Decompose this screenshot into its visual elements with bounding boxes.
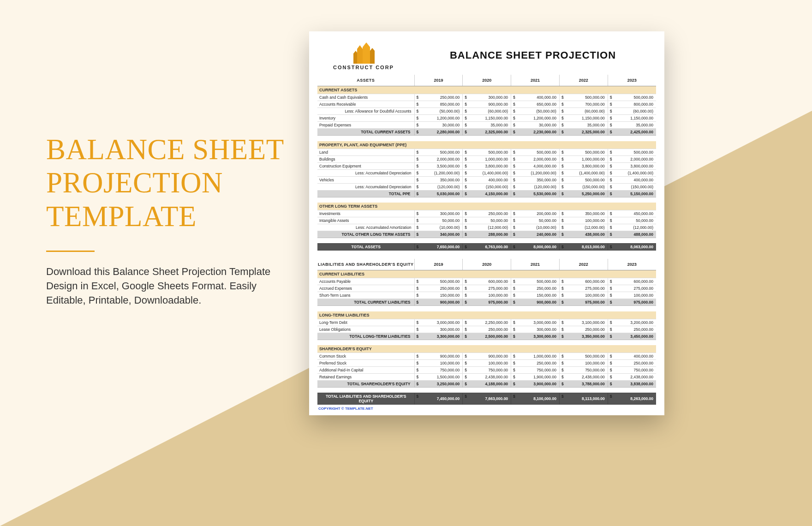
company-logo-block: CONSTRUCT CORP bbox=[317, 41, 410, 70]
value-cell: $100,000.00 bbox=[559, 360, 608, 367]
year-header: 2023 bbox=[608, 259, 656, 270]
value-cell: $5,530,000.00 bbox=[511, 190, 560, 197]
year-header-row: LIABILITIES AND SHAREHOLDER'S EQUITY2019… bbox=[317, 259, 656, 270]
subsection-header: CURRENT LIABILITIES bbox=[317, 270, 656, 278]
row-label: Accounts Payable bbox=[317, 278, 414, 285]
value-cell: $1,150,000.00 bbox=[608, 115, 656, 122]
value-cell: $(12,000.00) bbox=[608, 224, 656, 231]
value-cell: $3,000,000.00 bbox=[511, 319, 560, 326]
subsection-header: PROPERTY, PLANT, AND EQUIPMENT (PPE) bbox=[317, 141, 656, 149]
value-cell: $35,000.00 bbox=[608, 122, 656, 129]
svg-marker-0 bbox=[357, 45, 363, 64]
buildings-icon bbox=[351, 41, 376, 64]
table-row: Cash and Cash Equivalents$250,000.00$300… bbox=[317, 94, 656, 101]
value-cell: $1,500,000.00 bbox=[414, 374, 463, 381]
value-cell: $275,000.00 bbox=[559, 285, 608, 292]
row-label: Preferred Stock bbox=[317, 360, 414, 367]
value-cell: $250,000.00 bbox=[608, 360, 656, 367]
table-row: Less: Accumulated Depreciation$(120,000.… bbox=[317, 183, 656, 190]
value-cell: $8,263,000.00 bbox=[608, 393, 656, 405]
value-cell: $3,900,000.00 bbox=[511, 381, 560, 388]
value-cell: $340,000.00 bbox=[414, 231, 463, 238]
value-cell: $450,000.00 bbox=[608, 210, 656, 217]
total-label: TOTAL CURRENT ASSETS bbox=[317, 129, 414, 136]
value-cell: $300,000.00 bbox=[463, 94, 511, 101]
value-cell: $400,000.00 bbox=[608, 176, 656, 183]
value-cell: $438,000.00 bbox=[559, 231, 608, 238]
value-cell: $350,000.00 bbox=[414, 176, 463, 183]
total-label: TOTAL OTHER LONG TERM ASSETS bbox=[317, 231, 414, 238]
table-row: Intangible Assets$50,000.00$50,000.00$50… bbox=[317, 217, 656, 224]
promo-description: Download this Balance Sheet Projection T… bbox=[46, 265, 286, 307]
table-row: Accounts Payable$500,000.00$600,000.00$5… bbox=[317, 278, 656, 285]
total-row: TOTAL OTHER LONG TERM ASSETS$340,000.00$… bbox=[317, 231, 656, 238]
value-cell: $500,000.00 bbox=[559, 94, 608, 101]
value-cell: $275,000.00 bbox=[463, 285, 511, 292]
value-cell: $4,188,000.00 bbox=[463, 381, 511, 388]
table-row: Investments$300,000.00$250,000.00$200,00… bbox=[317, 210, 656, 217]
value-cell: $400,000.00 bbox=[511, 94, 560, 101]
value-cell: $3,838,000.00 bbox=[608, 381, 656, 388]
value-cell: $(150,000.00) bbox=[559, 183, 608, 190]
table-row: Common Stock$900,000.00$900,000.00$1,000… bbox=[317, 353, 656, 360]
grand-total-label: TOTAL LIABILITIES AND SHAREHOLDER'S EQUI… bbox=[317, 393, 414, 405]
value-cell: $8,113,000.00 bbox=[559, 393, 608, 405]
value-cell: $900,000.00 bbox=[511, 299, 560, 306]
value-cell: $5,150,000.00 bbox=[608, 190, 656, 197]
year-header-row: ASSETS20192020202120222023 bbox=[317, 75, 656, 86]
value-cell: $250,000.00 bbox=[511, 285, 560, 292]
grand-total-label: TOTAL ASSETS bbox=[317, 244, 414, 251]
row-label: Buildings bbox=[317, 155, 414, 162]
value-cell: $500,000.00 bbox=[511, 149, 560, 155]
row-label: Short-Term Loans bbox=[317, 292, 414, 299]
value-cell: $2,438,000.00 bbox=[559, 374, 608, 381]
total-row: TOTAL PPE$5,030,000.00$4,150,000.00$5,53… bbox=[317, 190, 656, 197]
value-cell: $500,000.00 bbox=[414, 149, 463, 155]
value-cell: $500,000.00 bbox=[559, 353, 608, 360]
value-cell: $1,000,000.00 bbox=[463, 155, 511, 162]
total-row: TOTAL CURRENT LIABILITIES$900,000.00$975… bbox=[317, 299, 656, 306]
value-cell: $100,000.00 bbox=[559, 292, 608, 299]
total-label: TOTAL CURRENT LIABILITIES bbox=[317, 299, 414, 306]
balance-sheet-document: CONSTRUCT CORP BALANCE SHEET PROJECTION … bbox=[309, 31, 664, 415]
value-cell: $300,000.00 bbox=[414, 326, 463, 333]
value-cell: $250,000.00 bbox=[511, 360, 560, 367]
table-row: Long-Term Debt$3,000,000.00$2,250,000.00… bbox=[317, 319, 656, 326]
value-cell: $(1,400,000.00) bbox=[608, 169, 656, 176]
year-header: 2019 bbox=[414, 259, 463, 270]
value-cell: $275,000.00 bbox=[608, 285, 656, 292]
value-cell: $3,350,000.00 bbox=[559, 333, 608, 340]
table-row: Less: Accumulated Depreciation$(1,200,00… bbox=[317, 169, 656, 176]
grand-total-row: TOTAL ASSETS$7,650,000.00$6,763,000.00$8… bbox=[317, 244, 656, 251]
value-cell: $50,000.00 bbox=[463, 217, 511, 224]
value-cell: $30,000.00 bbox=[414, 122, 463, 129]
title-line-3: TEMPLATE bbox=[46, 200, 197, 233]
section-title: LIABILITIES AND SHAREHOLDER'S EQUITY bbox=[317, 259, 414, 270]
value-cell: $300,000.00 bbox=[414, 210, 463, 217]
svg-marker-1 bbox=[353, 51, 357, 64]
value-cell: $100,000.00 bbox=[463, 360, 511, 367]
table-row: Land$500,000.00$500,000.00$500,000.00$50… bbox=[317, 149, 656, 155]
value-cell: $(12,000.00) bbox=[559, 224, 608, 231]
document-title: BALANCE SHEET PROJECTION bbox=[410, 49, 656, 61]
row-label: Intangible Assets bbox=[317, 217, 414, 224]
value-cell: $8,100,000.00 bbox=[511, 393, 560, 405]
liabilities-table: LIABILITIES AND SHAREHOLDER'S EQUITY2019… bbox=[317, 259, 656, 405]
row-label: Long-Term Debt bbox=[317, 319, 414, 326]
value-cell: $750,000.00 bbox=[414, 367, 463, 374]
value-cell: $(150,000.00) bbox=[608, 183, 656, 190]
value-cell: $7,663,000.00 bbox=[463, 393, 511, 405]
value-cell: $2,438,000.00 bbox=[608, 374, 656, 381]
value-cell: $(150,000.00) bbox=[463, 183, 511, 190]
value-cell: $250,000.00 bbox=[414, 94, 463, 101]
sheet-header: CONSTRUCT CORP BALANCE SHEET PROJECTION bbox=[317, 41, 656, 70]
table-row: Lease Obligations$300,000.00$250,000.00$… bbox=[317, 326, 656, 333]
row-label: Retained Earnings bbox=[317, 374, 414, 381]
year-header: 2020 bbox=[463, 259, 511, 270]
value-cell: $150,000.00 bbox=[414, 292, 463, 299]
value-cell: $8,013,000.00 bbox=[559, 244, 608, 251]
value-cell: $(50,000.00) bbox=[414, 108, 463, 115]
value-cell: $1,000,000.00 bbox=[511, 353, 560, 360]
table-row: Accrued Expenses$250,000.00$275,000.00$2… bbox=[317, 285, 656, 292]
value-cell: $500,000.00 bbox=[608, 149, 656, 155]
